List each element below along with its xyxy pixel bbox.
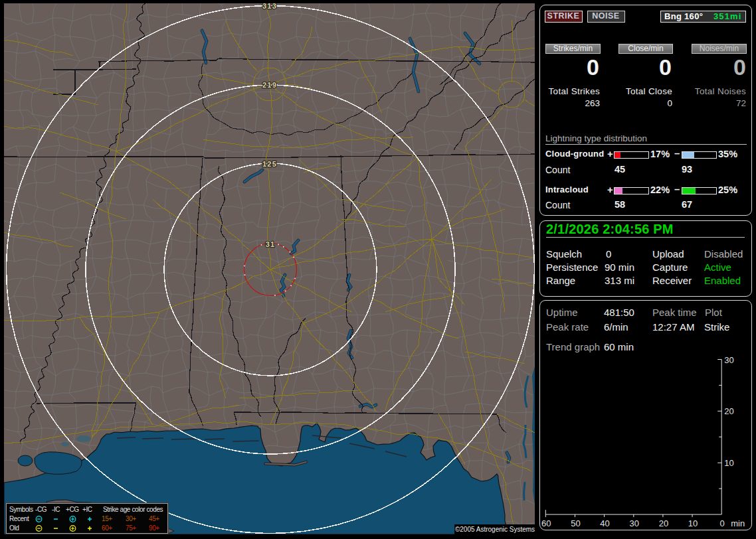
svg-text:20: 20 [724,406,733,416]
svg-text:313: 313 [262,2,277,10]
svg-text:125: 125 [262,160,277,168]
svg-text:10: 10 [688,518,698,528]
svg-text:10: 10 [724,458,733,468]
svg-text:min: min [731,518,745,528]
svg-text:20: 20 [659,518,668,528]
svg-text:50: 50 [571,518,580,528]
svg-text:219: 219 [262,81,277,89]
svg-text:40: 40 [600,518,609,528]
svg-text:0: 0 [720,518,725,528]
svg-text:31: 31 [266,240,276,248]
svg-text:30: 30 [630,518,639,528]
svg-text:30: 30 [724,355,733,365]
svg-text:60: 60 [541,518,551,528]
